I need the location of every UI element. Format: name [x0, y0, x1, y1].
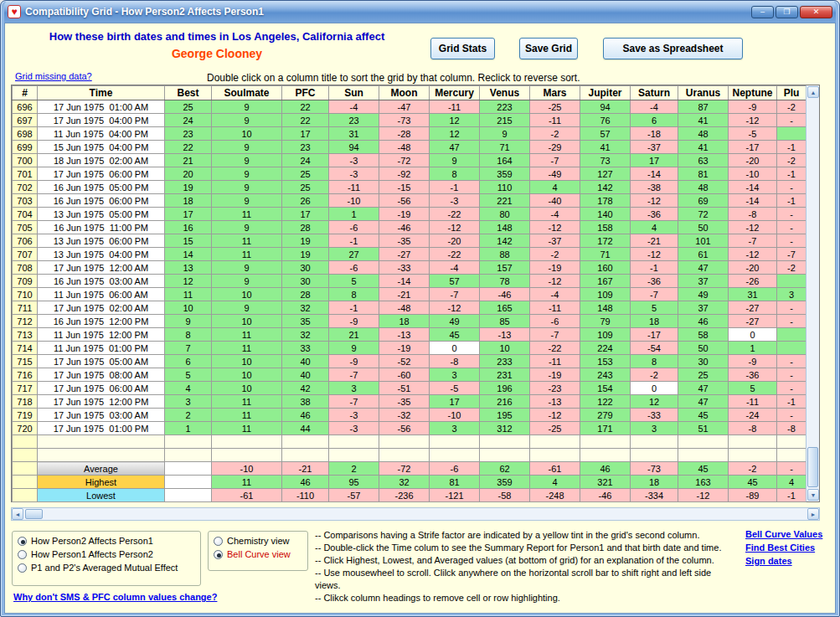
- value-cell[interactable]: 25: [282, 181, 329, 194]
- grid-missing-data-link[interactable]: Grid missing data?: [15, 71, 92, 81]
- value-cell[interactable]: 127: [580, 167, 631, 181]
- value-cell[interactable]: -27: [379, 248, 430, 261]
- value-cell[interactable]: -: [777, 114, 807, 127]
- value-cell[interactable]: 50: [678, 221, 729, 234]
- value-cell[interactable]: 9: [212, 301, 282, 315]
- value-cell[interactable]: -17: [631, 328, 678, 342]
- value-cell[interactable]: -56: [379, 194, 430, 208]
- value-cell[interactable]: 85: [480, 315, 530, 328]
- value-cell[interactable]: 3: [430, 368, 480, 382]
- time-cell[interactable]: 16 Jun 1975 03:00 AM: [38, 275, 165, 288]
- value-cell[interactable]: 167: [580, 275, 631, 288]
- time-cell[interactable]: 16 Jun 1975 05:00 PM: [38, 181, 165, 194]
- value-cell[interactable]: 10: [212, 355, 282, 368]
- value-cell[interactable]: 0: [430, 342, 480, 355]
- value-cell[interactable]: 51: [678, 422, 729, 435]
- value-cell[interactable]: 9: [212, 154, 282, 167]
- summary-value-cell[interactable]: 46: [282, 476, 329, 489]
- value-cell[interactable]: 81: [678, 167, 729, 181]
- value-cell[interactable]: 72: [678, 208, 729, 221]
- value-cell[interactable]: -46: [379, 221, 430, 234]
- value-cell[interactable]: 12: [430, 127, 480, 141]
- value-cell[interactable]: 8: [165, 328, 212, 342]
- value-cell[interactable]: 8: [329, 288, 379, 301]
- value-cell[interactable]: -36: [631, 275, 678, 288]
- value-cell[interactable]: -: [777, 315, 807, 328]
- value-cell[interactable]: -18: [631, 127, 678, 141]
- value-cell[interactable]: -52: [379, 355, 430, 368]
- time-cell[interactable]: 17 Jun 1975 05:00 AM: [38, 355, 165, 368]
- value-cell[interactable]: -5: [430, 382, 480, 395]
- value-cell[interactable]: -48: [379, 301, 430, 315]
- value-cell[interactable]: 11: [212, 248, 282, 261]
- value-cell[interactable]: 21: [165, 154, 212, 167]
- value-cell[interactable]: -21: [379, 288, 430, 301]
- value-cell[interactable]: 11: [212, 395, 282, 409]
- time-cell[interactable]: 16 Jun 1975 12:00 PM: [38, 315, 165, 328]
- value-cell[interactable]: 11: [212, 328, 282, 342]
- value-cell[interactable]: 69: [678, 194, 729, 208]
- value-cell[interactable]: -: [777, 368, 807, 382]
- summary-value-cell[interactable]: 11: [212, 476, 282, 489]
- value-cell[interactable]: 10: [480, 342, 530, 355]
- summary-value-cell[interactable]: -72: [379, 462, 430, 476]
- value-cell[interactable]: 122: [580, 395, 631, 409]
- value-cell[interactable]: -11: [430, 100, 480, 114]
- value-cell[interactable]: 140: [580, 208, 631, 221]
- value-cell[interactable]: -1: [430, 181, 480, 194]
- value-cell[interactable]: 109: [580, 328, 631, 342]
- time-cell[interactable]: 17 Jun 1975 04:00 PM: [38, 114, 165, 127]
- summary-label-highest[interactable]: Highest: [38, 476, 165, 489]
- value-cell[interactable]: 312: [480, 422, 530, 435]
- value-cell[interactable]: -8: [729, 422, 777, 435]
- value-cell[interactable]: [777, 328, 807, 342]
- value-cell[interactable]: -72: [379, 154, 430, 167]
- summary-value-cell[interactable]: -6: [430, 462, 480, 476]
- value-cell[interactable]: -92: [379, 167, 430, 181]
- value-cell[interactable]: 110: [480, 181, 530, 194]
- value-cell[interactable]: -7: [729, 234, 777, 248]
- value-cell[interactable]: 17: [282, 127, 329, 141]
- value-cell[interactable]: 172: [580, 234, 631, 248]
- summary-value-cell[interactable]: 4: [530, 476, 580, 489]
- summary-value-cell[interactable]: -: [777, 462, 807, 476]
- value-cell[interactable]: 11: [212, 409, 282, 422]
- value-cell[interactable]: 19: [165, 181, 212, 194]
- restore-button[interactable]: ❐: [776, 6, 798, 18]
- value-cell[interactable]: 22: [165, 141, 212, 154]
- value-cell[interactable]: -19: [379, 208, 430, 221]
- value-cell[interactable]: 9: [212, 194, 282, 208]
- time-cell[interactable]: 17 Jun 1975 12:00 PM: [38, 395, 165, 409]
- value-cell[interactable]: -2: [777, 154, 807, 167]
- summary-value-cell[interactable]: -248: [530, 489, 580, 502]
- value-cell[interactable]: 71: [580, 248, 631, 261]
- value-cell[interactable]: 11: [212, 342, 282, 355]
- value-cell[interactable]: 30: [282, 261, 329, 275]
- value-cell[interactable]: 10: [165, 301, 212, 315]
- value-cell[interactable]: 215: [480, 114, 530, 127]
- time-cell[interactable]: 11 Jun 1975 01:00 PM: [38, 342, 165, 355]
- value-cell[interactable]: 8: [430, 167, 480, 181]
- value-cell[interactable]: 10: [212, 368, 282, 382]
- value-cell[interactable]: -28: [379, 127, 430, 141]
- value-cell[interactable]: 1: [329, 208, 379, 221]
- value-cell[interactable]: -20: [430, 234, 480, 248]
- value-cell[interactable]: 47: [678, 382, 729, 395]
- summary-value-cell[interactable]: 321: [580, 476, 631, 489]
- scroll-down-arrow-icon[interactable]: ▼: [807, 489, 819, 501]
- value-cell[interactable]: 164: [480, 154, 530, 167]
- value-cell[interactable]: 23: [329, 114, 379, 127]
- value-cell[interactable]: 88: [480, 248, 530, 261]
- value-cell[interactable]: -10: [329, 194, 379, 208]
- value-cell[interactable]: -33: [379, 261, 430, 275]
- time-cell[interactable]: 17 Jun 1975 01:00 AM: [38, 100, 165, 114]
- value-cell[interactable]: 12: [430, 114, 480, 127]
- value-cell[interactable]: 1: [165, 422, 212, 435]
- value-cell[interactable]: 8: [631, 355, 678, 368]
- value-cell[interactable]: 73: [580, 154, 631, 167]
- time-cell[interactable]: 17 Jun 1975 08:00 AM: [38, 368, 165, 382]
- value-cell[interactable]: 148: [480, 221, 530, 234]
- value-cell[interactable]: -: [777, 234, 807, 248]
- value-cell[interactable]: -7: [631, 288, 678, 301]
- value-cell[interactable]: -24: [729, 409, 777, 422]
